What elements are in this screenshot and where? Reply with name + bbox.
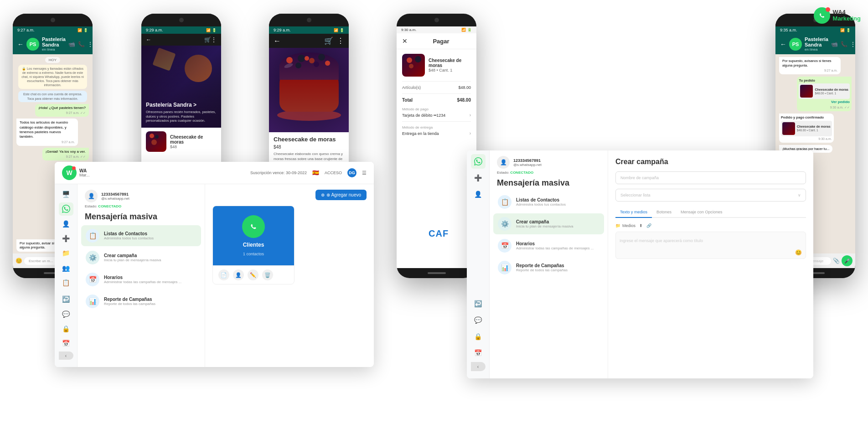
cart-icon-2[interactable]: 🛒 (204, 36, 211, 43)
item-desc-campaign: Inicia tu plan de mensajería masiva (104, 258, 161, 262)
card-action-1[interactable]: 📄 (218, 269, 229, 280)
menu-item-2-schedule[interactable]: 📅 Horarios Administrar todas las campaña… (493, 235, 604, 256)
sidebar-icon-reply-2[interactable]: ↩️ (471, 296, 486, 311)
media-tools: 📁 Medios ⬆ 🔗 (615, 223, 806, 228)
sidebar-icon-chat2[interactable]: 💬 (59, 307, 73, 320)
view-order-link[interactable]: Ver pedido (831, 100, 850, 104)
menu-icon[interactable]: ⋮ (88, 41, 93, 47)
mic-btn-5[interactable]: 🎤 (842, 255, 852, 266)
dashboard-2: ➕ 👤 ↩️ 💬 🔒 📅 ‹ 👤 123334567891 @s.w (467, 150, 813, 378)
item-desc-schedule: Administrar todas las campañas de mensaj… (104, 280, 181, 284)
menu-icon-3[interactable]: ⋮ (337, 36, 344, 45)
card-subtitle: 1 contactos (243, 252, 264, 256)
contact-info-5: Pastelería Sandra en línea (805, 36, 828, 52)
close-icon-4[interactable]: ✕ (402, 37, 408, 45)
add-new-btn[interactable]: ⊕ ⊕ Agregar nuevo (315, 190, 367, 200)
system-msg-1: 🔒 Los mensajes y llamadas están cifrados… (18, 65, 87, 89)
sidebar-icon-lock-2[interactable]: 🔒 (471, 329, 486, 344)
left-panel-1: 👤 123334567891 @s.whatsapp.net Estado: C… (78, 184, 205, 367)
item-title-campaign: Crear campaña (104, 253, 161, 258)
sidebar-icon-user[interactable]: 👤 (59, 217, 73, 230)
upload-btn[interactable]: ⬆ (639, 223, 643, 228)
cart-icon-3[interactable]: 🛒 (324, 36, 333, 45)
card-title: Clientes (243, 242, 264, 248)
menu-item-campaign[interactable]: ⚙️ Crear campaña Inicia tu plan de mensa… (81, 247, 201, 268)
tab-options-msg[interactable]: Mensaje con Opciones (676, 207, 727, 218)
campaign-name-field[interactable]: Nombre de campaña (615, 171, 806, 184)
delivery-method-select[interactable]: Entrega en la tienda › (402, 131, 471, 136)
menu-icon-2[interactable]: ⋮ (211, 36, 217, 43)
card-action-2[interactable]: 👤 (233, 269, 244, 280)
contact-info-1: Pastelería Sandra en línea (42, 36, 66, 52)
left-panel-2: 👤 123334567891 @s.whatsapp.net Estado: C… (490, 150, 608, 378)
avatar-1: PS (26, 38, 39, 51)
sidebar-icon-chat-2[interactable]: 💬 (471, 313, 486, 327)
back-btn-5[interactable]: ← (780, 41, 786, 48)
phone-notch-3 (269, 14, 349, 26)
back-btn-1[interactable]: ← (17, 41, 24, 48)
dashboard-menu-icon[interactable]: ☰ (362, 170, 367, 176)
campaign-list-select[interactable]: Seleccionar lista ∨ (615, 189, 806, 202)
card-action-3[interactable]: ✏️ (248, 269, 258, 280)
sidebar-icon-monitor[interactable]: 🖥️ (59, 188, 73, 201)
sidebar-icon-cal[interactable]: 📅 (59, 337, 73, 350)
sidebar-icon-lock[interactable]: 🔒 (59, 322, 73, 335)
back-icon-2[interactable]: ← (146, 36, 151, 43)
menu-icon-5[interactable]: ⋮ (850, 41, 855, 47)
status-icons-5: 📶🔋 (840, 28, 851, 32)
system-msg-2: Este chat es con una cuenta de empresa. … (18, 91, 87, 102)
sidebar-icon-wa-2[interactable] (471, 154, 486, 169)
total-label: Total (402, 98, 413, 103)
status-icons-4: 📶🔋 (461, 28, 472, 32)
video-icon-5[interactable]: 📹 (831, 41, 838, 47)
sidebar-icon-folder[interactable]: 📁 (59, 247, 73, 259)
sidebar-icon-people[interactable]: 👥 (59, 261, 73, 274)
home-indicator-4 (428, 272, 446, 274)
contact-status-5: en línea (805, 47, 828, 52)
media-btn[interactable]: 📁 Medios (615, 223, 636, 228)
payment-method-select[interactable]: Tarjeta de débito ••1234 › (402, 113, 471, 118)
card-action-4[interactable]: 🗑️ (262, 269, 273, 280)
menu-item-reports[interactable]: 📊 Reporte de Campañas Reporte de todos l… (81, 291, 201, 312)
tab-buttons[interactable]: Botones (652, 207, 676, 218)
wa-header-1: ← PS Pastelería Sandra en línea 📹 📞 ⋮ (13, 34, 93, 54)
wa4-logo: WA4 Marketing (814, 7, 861, 24)
articles-value: $48.00 (458, 85, 471, 90)
item-title-contacts: Listas de Contactos (104, 231, 154, 236)
menu-item-2-contacts[interactable]: 📋 Listas de Contactos Administra todos t… (493, 191, 604, 212)
emoji-picker-icon[interactable]: 😊 (795, 249, 802, 256)
payment-item-info: Cheesecake de moras $48 • Cant. 1 (429, 58, 471, 72)
menu-item-2-text-schedule: Horarios Administrar todas las campañas … (516, 241, 594, 250)
campaign-icon: ⚙️ (86, 251, 99, 264)
phone-notch-1 (13, 14, 93, 26)
video-icon[interactable]: 📹 (68, 41, 75, 47)
sidebar-icon-reply[interactable]: ↩️ (59, 293, 73, 305)
back-icon-3[interactable]: ← (274, 37, 281, 45)
logo-icon-1: W (62, 165, 77, 180)
sidebar-icon-add-2[interactable]: ➕ (471, 171, 486, 185)
sidebar-collapse-2[interactable]: ‹ (471, 362, 486, 371)
sidebar-collapse-1[interactable]: ‹ (59, 352, 73, 360)
menu-item-contacts[interactable]: 📋 Listas de Contactos Administra todos t… (81, 225, 201, 246)
attach-icon-5[interactable]: 📎 (833, 258, 840, 264)
call-icon[interactable]: 📞 (78, 41, 85, 47)
product-price-2: $48 (170, 145, 217, 149)
sidebar-icon-add[interactable]: ➕ (59, 232, 73, 245)
campaign-message-area[interactable]: Ingrese el mensaje que aparecerá como tí… (615, 232, 806, 259)
sidebar-icon-cal-2[interactable]: 📅 (471, 346, 486, 360)
tab-text-media[interactable]: Texto y medios (615, 207, 652, 218)
link-icon: 🔗 (646, 223, 651, 228)
menu-item-schedule[interactable]: 📅 Horarios Administrar todas las campaña… (81, 269, 201, 290)
sidebar-icon-whatsapp[interactable] (59, 202, 73, 215)
dashboard-main-2: ➕ 👤 ↩️ 💬 🔒 📅 ‹ 👤 123334567891 @s.w (467, 150, 813, 378)
call-icon-5[interactable]: 📞 (841, 41, 847, 47)
sidebar-icon-list[interactable]: 📋 (59, 276, 73, 289)
emoji-icon[interactable]: 😊 (16, 258, 22, 264)
sidebar-icon-user-2[interactable]: 👤 (471, 187, 486, 202)
flag-icon: 🇪🇸 (312, 170, 319, 176)
link-btn[interactable]: 🔗 (646, 223, 651, 228)
subscription-label: Suscripción vence: 30-09-2022 (250, 171, 307, 175)
status-bar-2: 9:29 a.m. 📶🔋 (141, 26, 221, 34)
menu-item-2-campaign[interactable]: ⚙️ Crear campaña Inicia tu plan de mensa… (493, 213, 604, 234)
menu-item-2-reports[interactable]: 📊 Reporte de Campañas Reporte de todos l… (493, 257, 604, 278)
